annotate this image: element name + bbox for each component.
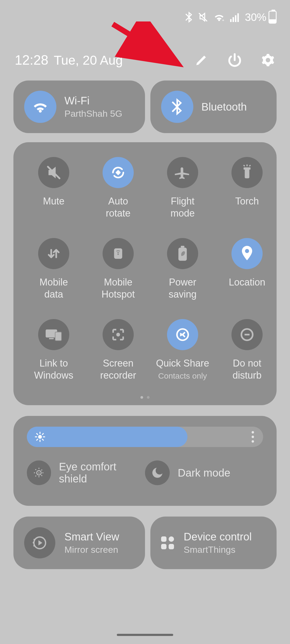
tile-mobiledata[interactable]: Mobiledata [24,238,83,300]
svg-line-41 [35,475,36,476]
dark-mode-label: Dark mode [178,467,230,479]
status-bar: + 30% [185,11,277,24]
tile-powersave[interactable]: Powersaving [153,238,212,300]
bluetooth-title: Bluetooth [201,101,247,113]
recorder-icon [103,319,134,350]
svg-rect-8 [245,169,249,178]
tile-torch[interactable]: Torch [218,157,277,219]
clock-time: 12:28 [15,52,48,68]
svg-rect-2 [233,17,234,22]
wifi-subtitle: ParthShah 5G [64,108,122,119]
svg-rect-3 [235,15,236,22]
svg-text:A: A [38,471,40,475]
device-control-tile[interactable]: Device control SmartThings [150,517,277,569]
svg-line-40 [41,475,42,476]
battery-leaf-icon [167,238,198,269]
svg-line-39 [35,469,36,470]
bluetooth-icon [161,91,193,123]
svg-line-30 [37,434,38,435]
tile-label: MobileHotspot [102,276,135,300]
tile-autorotate[interactable]: Autorotate [89,157,148,219]
tile-label: Location [229,276,265,300]
dark-mode-icon [145,460,170,485]
svg-point-14 [117,253,119,255]
edit-button[interactable] [194,53,209,67]
tile-hotspot[interactable]: MobileHotspot [89,238,148,300]
tile-label: Mute [43,195,64,219]
eye-comfort-icon: A [27,460,51,485]
brightness-panel: A Eye comfort shield Dark mode [13,416,277,506]
svg-line-11 [244,165,245,166]
page-indicator[interactable] [13,396,277,399]
tile-label: Powersaving [169,276,197,300]
svg-text:+: + [222,18,224,22]
tile-location[interactable]: Location [218,238,277,300]
svg-rect-4 [237,13,239,22]
pin-icon [231,238,263,269]
svg-rect-18 [49,338,54,339]
brightness-more-button[interactable] [252,431,254,443]
tile-label: Autorotate [106,195,130,219]
tile-flight[interactable]: Flightmode [153,157,212,219]
svg-rect-20 [55,332,61,340]
svg-rect-1 [230,19,231,22]
svg-line-32 [37,439,38,440]
svg-line-31 [42,439,44,440]
plane-icon [167,157,198,188]
wifi-icon [24,91,56,123]
tile-dnd[interactable]: Do notdisturb [218,319,277,381]
smart-view-tile[interactable]: Smart View Mirror screen [13,517,145,569]
bluetooth-status-icon [185,12,193,23]
battery-percent: 30% [245,11,266,23]
svg-line-33 [42,434,44,435]
svg-rect-7 [115,170,121,175]
mute-status-icon [198,12,208,22]
eye-comfort-toggle[interactable]: A Eye comfort shield [27,460,145,485]
nav-handle[interactable] [117,634,173,636]
tile-label: Quick ShareContacts only [156,357,209,381]
quick-tiles-panel: MuteAutorotateFlightmodeTorchMobiledataM… [13,142,277,405]
brightness-slider[interactable] [27,427,263,447]
wifi-title: Wi-Fi [64,95,122,107]
device-control-subtitle: SmartThings [184,544,252,555]
tile-label: Link toWindows [34,357,73,381]
rotate-icon [103,157,134,188]
tile-recorder[interactable]: Screenrecorder [89,319,148,381]
smart-view-subtitle: Mirror screen [64,544,119,555]
tile-label: Mobiledata [39,276,68,300]
clock-date: Tue, 20 Aug [54,53,123,68]
settings-button[interactable] [261,53,275,67]
signal-status-icon [230,12,240,22]
wifi-tile[interactable]: Wi-Fi ParthShah 5G [13,80,145,133]
brightness-icon [34,431,46,442]
svg-point-25 [38,435,42,439]
torch-icon [231,157,263,188]
svg-line-12 [249,165,251,166]
tile-label: Screenrecorder [100,357,136,381]
smart-view-title: Smart View [64,531,119,543]
share-icon [167,319,198,350]
tile-label: Do notdisturb [233,357,262,381]
svg-rect-9 [244,167,251,170]
device-control-icon [161,536,175,549]
minus-icon [231,319,263,350]
svg-point-21 [116,333,120,336]
device-control-title: Device control [184,531,252,543]
hotspot-icon [103,238,134,269]
tile-quickshare[interactable]: Quick ShareContacts only [153,319,212,381]
wifi-status-icon: + [213,12,225,22]
bluetooth-tile[interactable]: Bluetooth [150,80,277,133]
tile-label: Flightmode [171,195,195,219]
dark-mode-toggle[interactable]: Dark mode [145,460,263,485]
header: 12:28 Tue, 20 Aug [15,52,275,68]
svg-line-42 [41,469,42,470]
battery-icon [269,11,277,24]
smart-view-icon [24,527,55,558]
tile-label: Torch [235,195,259,219]
updown-icon [38,238,69,269]
tile-linkwin[interactable]: Link toWindows [24,319,83,381]
tile-mute[interactable]: Mute [24,157,83,219]
devices-icon [38,319,69,350]
power-button[interactable] [227,53,242,67]
svg-rect-16 [181,246,184,248]
